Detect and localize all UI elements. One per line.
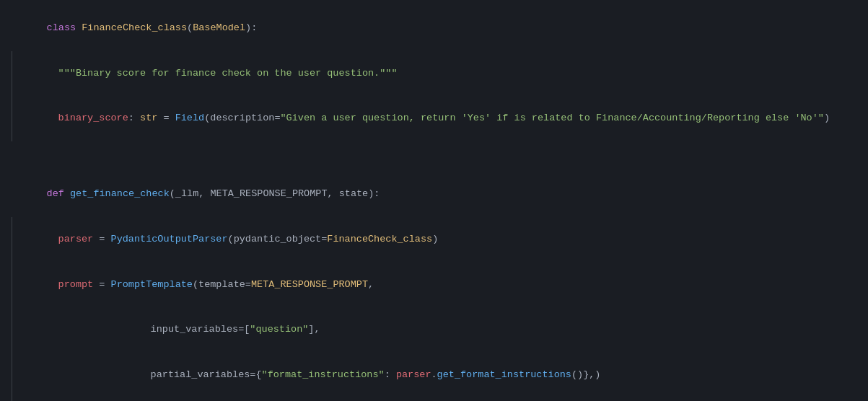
line-5 xyxy=(0,157,868,172)
line-6: def get_finance_check(_llm, META_RESPONS… xyxy=(0,172,868,217)
line-1: class FinanceCheck_class(BaseModel): xyxy=(0,6,868,51)
line-3: binary_score: str = Field(description="G… xyxy=(0,97,868,142)
line-4 xyxy=(0,141,868,157)
line-8: prompt = PromptTemplate(template=META_RE… xyxy=(0,263,868,308)
line-10: partial_variables={"format_instructions"… xyxy=(0,353,868,398)
line-2: """Binary score for finance check on the… xyxy=(0,51,868,97)
line-11: prompt_and_model = prompt | llm xyxy=(0,398,868,401)
code-editor: class FinanceCheck_class(BaseModel): """… xyxy=(0,0,868,401)
line-7: parser = PydanticOutputParser(pydantic_o… xyxy=(0,217,868,263)
line-9: input_variables=["question"], xyxy=(0,307,868,353)
